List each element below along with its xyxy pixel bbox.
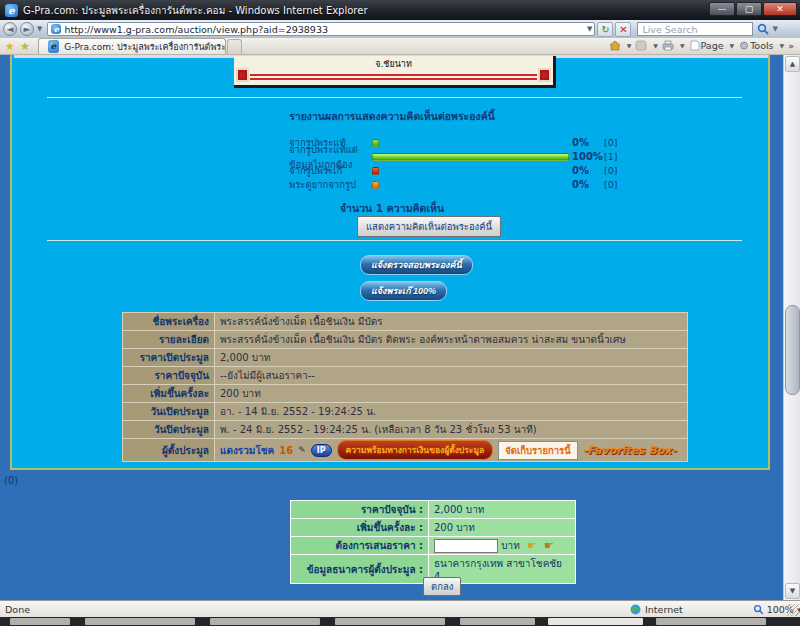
auction-content-panel: จ.ชัยนาท รายงานผลการแสดงความคิดเห็นต่อพร…	[10, 55, 770, 470]
zoom-magnifier-icon	[753, 604, 764, 615]
poll-bar	[372, 139, 379, 147]
print-button[interactable]	[660, 39, 676, 52]
scroll-down-icon[interactable]: ▼	[785, 583, 800, 599]
detail-label: เพิ่มขึ้นครั้งละ	[123, 385, 215, 403]
taskbar-button[interactable]	[10, 618, 70, 625]
vertical-scrollbar[interactable]: ▲ ▼	[783, 55, 800, 600]
current-price-value: 2,000 บาท	[429, 501, 576, 519]
detail-value: อา. - 14 มิ.ย. 2552 - 19:24:25 น.	[215, 403, 688, 421]
favorites-star-icon[interactable]: ★	[5, 40, 15, 53]
resize-grip[interactable]	[787, 604, 799, 616]
taskbar-button[interactable]	[656, 618, 766, 625]
tools-dropdown-icon[interactable]: ▼	[780, 42, 785, 49]
feeds-button[interactable]	[633, 39, 649, 52]
show-comment-button[interactable]: แสดงความคิดเห็นต่อพระองค์นี้	[357, 216, 501, 237]
page-dropdown-icon[interactable]: ▼	[730, 42, 735, 49]
seller-readiness-button[interactable]: ความพร้อมทางการเงินของผู้ตั้งประมูล	[337, 440, 494, 460]
poll-bar	[372, 181, 379, 189]
table-row: ราคาเปิดประมูล 2,000 บาท	[123, 349, 688, 367]
poll-percent: 0%	[572, 179, 604, 190]
feeds-dropdown-icon[interactable]: ▼	[653, 42, 658, 49]
back-button[interactable]: ◄	[3, 22, 17, 36]
table-row: วันปิดประมูล พ. - 24 มิ.ย. 2552 - 19:24:…	[123, 421, 688, 439]
bid-hand-icon[interactable]: ☛	[527, 539, 537, 552]
search-placeholder: Live Search	[642, 24, 697, 35]
home-button[interactable]	[607, 39, 623, 52]
report-check-button[interactable]: แจ้งตรวจสอบพระองค์นี้	[360, 255, 473, 275]
internet-globe-icon	[630, 604, 641, 615]
taskbar-button[interactable]	[210, 618, 320, 625]
bid-amount-input[interactable]	[434, 539, 498, 553]
navigation-bar: ◄ ► ▼ e http://www1.g-pra.com/auction/vi…	[0, 20, 800, 38]
certificate-line	[250, 74, 537, 76]
detail-value: 2,000 บาท	[215, 349, 688, 367]
pencil-icon[interactable]: ✎	[298, 445, 306, 455]
certificate-line	[250, 78, 537, 80]
address-bar[interactable]: e http://www1.g-pra.com/auction/view.php…	[47, 22, 595, 36]
search-input[interactable]: Live Search	[637, 22, 753, 36]
search-options-icon[interactable]: ▼	[772, 25, 777, 33]
scrollbar-thumb[interactable]	[785, 305, 800, 395]
home-dropdown-icon[interactable]: ▼	[627, 42, 632, 49]
poll-count: [0]	[604, 165, 617, 176]
poll-row: พระดูยากจากรูป 0% [0]	[289, 178, 617, 191]
save-item-button[interactable]: จัดเก็บรายการนี้	[498, 441, 577, 460]
taskbar-button[interactable]	[335, 618, 445, 625]
auction-details-table: ชื่อพระเครื่อง พระสรรค์นั่งข้างเม็ด เนื้…	[122, 312, 688, 462]
detail-value: พระสรรค์นั่งข้างเม็ด เนื้อชินเงิน มีบัตร	[215, 313, 688, 331]
new-tab-stub[interactable]	[227, 39, 242, 54]
taskbar-button-active[interactable]	[548, 618, 643, 625]
detail-label: รายละเอียด	[123, 331, 215, 349]
view-counter: (0)	[4, 475, 18, 486]
close-button[interactable]: ✕	[763, 2, 797, 16]
page-viewport: จ.ชัยนาท รายงานผลการแสดงความคิดเห็นต่อพร…	[0, 55, 783, 600]
form-label: ข้อมูลธนาคารผู้ตั้งประมูล :	[291, 555, 429, 584]
add-favorite-icon[interactable]: ★	[20, 40, 30, 53]
history-dropdown-icon[interactable]: ▼	[37, 25, 42, 33]
detail-label: ผู้ตั้งประมูล	[123, 439, 215, 462]
address-dropdown-icon[interactable]: ▼	[587, 25, 592, 33]
browser-tab[interactable]: e G-Pra.com: ประมูลพระเครื่องการันต์พระ.…	[38, 38, 226, 54]
detail-value: พ. - 24 มิ.ย. 2552 - 19:24:25 น. (เหลือเ…	[215, 421, 688, 439]
page-menu-button[interactable]: Page	[687, 39, 726, 52]
ip-badge[interactable]: IP	[311, 444, 332, 457]
submit-bid-button[interactable]: ตกลง	[423, 577, 461, 596]
taskbar-button[interactable]	[85, 618, 195, 625]
table-row: เพิ่มขึ้นครั้งละ 200 บาท	[123, 385, 688, 403]
title-bar: e G-Pra.com: ประมูลพระเครื่องการันต์พระ.…	[0, 0, 800, 20]
status-bar: Done Internet 100% ▼	[0, 600, 800, 617]
favorites-box-link[interactable]: -Favorites Box-	[583, 444, 676, 457]
tab-title: G-Pra.com: ประมูลพระเครื่องการันต์พระ.คอ…	[64, 40, 225, 54]
poll-percent: 100%	[572, 151, 604, 162]
refresh-button[interactable]: ↻	[597, 22, 613, 37]
scroll-up-icon[interactable]: ▲	[785, 56, 800, 72]
detail-value: --ยังไม่มีผู้เสนอราคา--	[215, 367, 688, 385]
tools-menu-button[interactable]: Tools	[736, 39, 775, 52]
tab-bar: ★ ★ e G-Pra.com: ประมูลพระเครื่องการันต์…	[0, 38, 800, 55]
toolbar-overflow-icon[interactable]: »	[786, 39, 796, 52]
report-fake-button[interactable]: แจ้งพระเก๊ 100%	[360, 281, 447, 301]
form-row: ต้องการเสนอราคา : บาท ☛ ☛	[291, 537, 576, 555]
certificate-ornament	[236, 68, 249, 82]
form-label: ต้องการเสนอราคา :	[291, 537, 429, 555]
minimize-button[interactable]: —	[709, 2, 735, 16]
table-row-seller: ผู้ตั้งประมูล แดงรวมโชค 16 ✎ IP ความพร้อ…	[123, 439, 688, 462]
search-icon[interactable]	[757, 20, 769, 39]
maximize-button[interactable]: ▢	[736, 2, 762, 16]
poll-label: จากรูปพระเก๊	[289, 163, 372, 178]
ie-icon: e	[5, 4, 18, 17]
poll-count: [1]	[604, 151, 617, 162]
forward-button[interactable]: ►	[20, 22, 34, 36]
detail-label: ชื่อพระเครื่อง	[123, 313, 215, 331]
bid-hand2-icon[interactable]: ☛	[544, 539, 554, 552]
seller-name-link[interactable]: แดงรวมโชค	[220, 443, 274, 458]
print-dropdown-icon[interactable]: ▼	[680, 42, 685, 49]
taskbar-button[interactable]	[460, 618, 535, 625]
seller-score: 16	[279, 445, 293, 456]
zone-label: Internet	[645, 604, 683, 615]
ie-window: e G-Pra.com: ประมูลพระเครื่องการันต์พระ.…	[0, 0, 800, 626]
tab-favicon: e	[48, 40, 59, 53]
stop-button[interactable]: ✕	[615, 22, 631, 37]
poll-row: จากรูปพระเก๊ 0% [0]	[289, 164, 617, 177]
detail-label: ราคาเปิดประมูล	[123, 349, 215, 367]
